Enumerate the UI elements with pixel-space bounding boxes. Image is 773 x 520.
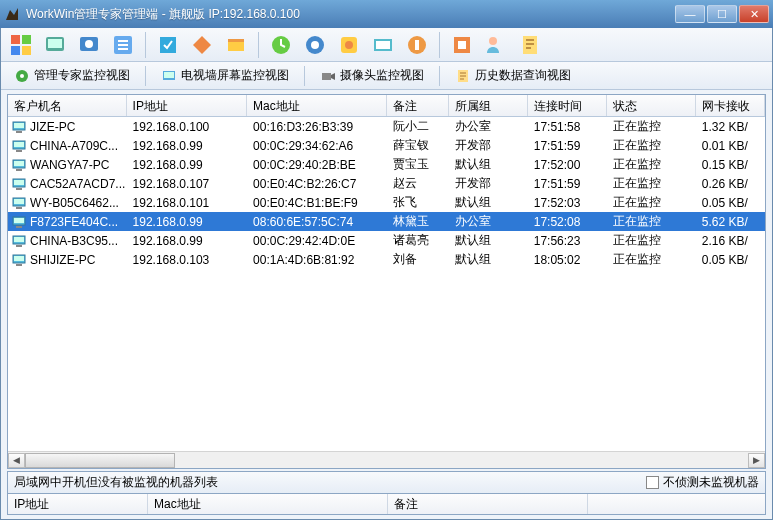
svg-rect-52	[14, 256, 24, 261]
svg-rect-40	[14, 180, 24, 185]
svg-rect-3	[22, 46, 31, 55]
tab-label: 电视墙屏幕监控视图	[181, 67, 289, 84]
col-time[interactable]: 连接时间	[528, 95, 607, 116]
col-mac[interactable]: Mac地址	[247, 95, 387, 116]
monitor-icon	[14, 68, 30, 84]
tool-icon-8[interactable]	[267, 31, 295, 59]
computer-icon	[12, 235, 26, 247]
svg-rect-50	[16, 245, 22, 247]
table-row[interactable]: WY-B05C6462...192.168.0.10100:E0:4C:B1:B…	[8, 193, 765, 212]
svg-rect-28	[322, 73, 331, 80]
tab-label: 摄像头监控视图	[340, 67, 424, 84]
view-tabs: 管理专家监控视图 电视墙屏幕监控视图 摄像头监控视图 历史数据查询视图	[1, 62, 772, 90]
col-remark[interactable]: 备注	[387, 95, 448, 116]
svg-rect-27	[164, 72, 174, 78]
camera-icon	[320, 68, 336, 84]
checkbox-label: 不侦测未监视机器	[663, 474, 759, 491]
checkbox-icon	[646, 476, 659, 489]
titlebar: WorkWin管理专家管理端 - 旗舰版 IP:192.168.0.100 — …	[0, 0, 773, 28]
grid-body[interactable]: JIZE-PC192.168.0.10000:16:D3:26:B3:39阮小二…	[8, 117, 765, 451]
svg-rect-35	[16, 150, 22, 152]
tool-icon-6[interactable]	[188, 31, 216, 59]
minimize-button[interactable]: —	[675, 5, 705, 23]
history-icon	[455, 68, 471, 84]
svg-point-22	[489, 37, 497, 45]
tool-icon-11[interactable]	[369, 31, 397, 59]
svg-rect-18	[376, 41, 390, 49]
tab-label: 历史数据查询视图	[475, 67, 571, 84]
bottom-label: 局域网中开机但没有被监视的机器列表	[14, 474, 646, 491]
bcol-ip[interactable]: IP地址	[8, 494, 148, 514]
col-status[interactable]: 状态	[607, 95, 696, 116]
computer-icon	[12, 254, 26, 266]
svg-rect-1	[22, 35, 31, 44]
tool-icon-12[interactable]	[403, 31, 431, 59]
svg-rect-31	[14, 123, 24, 128]
tool-icon-4[interactable]	[109, 31, 137, 59]
tab-label: 管理专家监控视图	[34, 67, 130, 84]
scroll-left-button[interactable]: ◀	[8, 453, 25, 468]
scroll-right-button[interactable]: ▶	[748, 453, 765, 468]
close-button[interactable]: ✕	[739, 5, 769, 23]
svg-rect-2	[11, 46, 20, 55]
svg-rect-34	[14, 142, 24, 147]
tool-icon-2[interactable]	[41, 31, 69, 59]
tool-icon-15[interactable]	[516, 31, 544, 59]
svg-point-14	[311, 41, 319, 49]
grid-header: 客户机名 IP地址 Mac地址 备注 所属组 连接时间 状态 网卡接收	[8, 95, 765, 117]
tool-icon-1[interactable]	[7, 31, 35, 59]
bcol-mac[interactable]: Mac地址	[148, 494, 388, 514]
table-row[interactable]: CHINA-B3C95...192.168.0.9900:0C:29:42:4D…	[8, 231, 765, 250]
computer-icon	[12, 140, 26, 152]
col-net[interactable]: 网卡接收	[696, 95, 765, 116]
bcol-remark[interactable]: 备注	[388, 494, 588, 514]
svg-point-25	[20, 74, 24, 78]
wall-icon	[161, 68, 177, 84]
svg-rect-41	[16, 188, 22, 190]
table-row[interactable]: CAC52A7ACD7...192.168.0.10700:E0:4C:B2:2…	[8, 174, 765, 193]
svg-rect-53	[16, 264, 22, 266]
table-row[interactable]: WANGYA7-PC192.168.0.9900:0C:29:40:2B:BE贾…	[8, 155, 765, 174]
col-client-name[interactable]: 客户机名	[8, 95, 127, 116]
tool-icon-5[interactable]	[154, 31, 182, 59]
svg-rect-47	[16, 226, 22, 228]
svg-point-7	[85, 40, 93, 48]
svg-rect-11	[228, 39, 244, 42]
tool-icon-7[interactable]	[222, 31, 250, 59]
computer-icon	[12, 216, 26, 228]
computer-icon	[12, 178, 26, 190]
svg-rect-5	[48, 39, 62, 48]
svg-rect-38	[16, 169, 22, 171]
scroll-thumb[interactable]	[25, 453, 175, 468]
svg-rect-20	[415, 40, 419, 50]
svg-rect-49	[14, 237, 24, 242]
col-ip[interactable]: IP地址	[127, 95, 248, 116]
tool-icon-13[interactable]	[448, 31, 476, 59]
tool-icon-14[interactable]	[482, 31, 510, 59]
no-detect-checkbox[interactable]: 不侦测未监视机器	[646, 474, 759, 491]
tool-icon-9[interactable]	[301, 31, 329, 59]
horizontal-scrollbar[interactable]: ◀ ▶	[8, 451, 765, 468]
tab-monitor-view[interactable]: 管理专家监控视图	[7, 64, 137, 87]
tab-wall-view[interactable]: 电视墙屏幕监控视图	[154, 64, 296, 87]
computer-icon	[12, 159, 26, 171]
table-row[interactable]: JIZE-PC192.168.0.10000:16:D3:26:B3:39阮小二…	[8, 117, 765, 136]
tool-icon-10[interactable]	[335, 31, 363, 59]
table-row[interactable]: SHIJIZE-PC192.168.0.10300:1A:4D:6B:81:92…	[8, 250, 765, 269]
tab-camera-view[interactable]: 摄像头监控视图	[313, 64, 431, 87]
maximize-button[interactable]: ☐	[707, 5, 737, 23]
svg-rect-0	[11, 35, 20, 44]
client-grid: 客户机名 IP地址 Mac地址 备注 所属组 连接时间 状态 网卡接收 JIZE…	[7, 94, 766, 469]
svg-point-16	[345, 41, 353, 49]
table-row[interactable]: F8723FE404C...192.168.0.9908:60:6E:57:5C…	[8, 212, 765, 231]
svg-rect-43	[14, 199, 24, 204]
main-toolbar	[1, 28, 772, 62]
svg-rect-44	[16, 207, 22, 209]
table-row[interactable]: CHINA-A709C...192.168.0.9900:0C:29:34:62…	[8, 136, 765, 155]
tab-history-view[interactable]: 历史数据查询视图	[448, 64, 578, 87]
col-group[interactable]: 所属组	[449, 95, 528, 116]
tool-icon-3[interactable]	[75, 31, 103, 59]
bottom-grid: IP地址 Mac地址 备注	[7, 493, 766, 515]
svg-rect-23	[523, 36, 537, 54]
svg-rect-32	[16, 131, 22, 133]
